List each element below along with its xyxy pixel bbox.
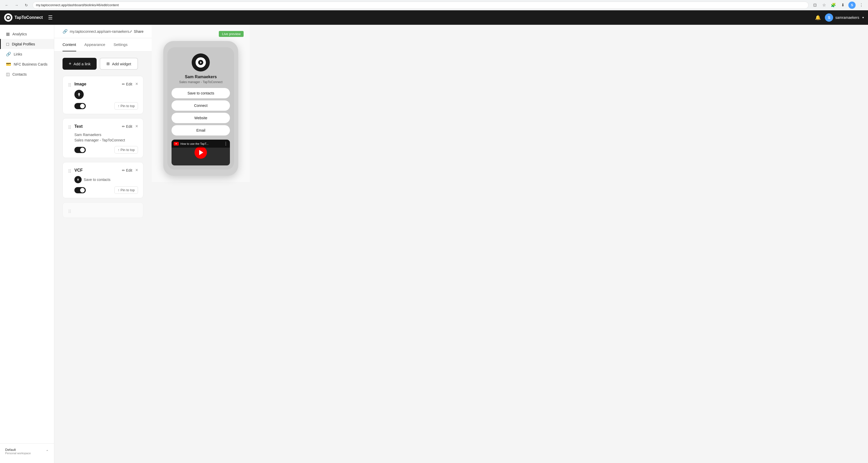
phone-user-name: Sam Ramaekers xyxy=(172,75,230,79)
analytics-icon: ▦ xyxy=(6,32,10,36)
phone-avatar xyxy=(192,54,210,71)
text-subtitle: Sales manager - TapToConnect xyxy=(74,138,138,143)
profile-icon[interactable]: S xyxy=(848,2,856,9)
phone-video: How to use the TapT... ⋮ xyxy=(172,140,230,165)
bookmark-icon[interactable]: ☆ xyxy=(820,2,828,9)
image-card-icon xyxy=(74,90,84,99)
drag-handle-text[interactable]: ⠿ xyxy=(68,124,71,130)
phone-website-label: Website xyxy=(194,116,207,120)
live-preview-badge: Live preview xyxy=(219,31,244,37)
main-content: + Add a link ⊞ Add widget ⠿ Image xyxy=(54,52,152,228)
link-icon: 🔗 xyxy=(63,29,68,34)
drag-handle-4[interactable]: ⠿ xyxy=(68,208,71,214)
sidebar: ▦ Analytics ◻ Digital Profiles 🔗 Links 💳… xyxy=(0,25,54,463)
text-edit-label: Edit xyxy=(126,124,132,129)
sidebar-item-links[interactable]: 🔗 Links xyxy=(0,49,54,59)
image-card: ⠿ Image ✏ Edit × xyxy=(63,76,144,114)
reload-button[interactable]: ↻ xyxy=(23,2,30,9)
nfc-icon: 💳 xyxy=(6,62,11,67)
app-logo[interactable]: TapToConnect xyxy=(4,13,43,22)
edit-pencil-icon: ✏ xyxy=(122,82,125,86)
user-area[interactable]: S samramaekers ▾ xyxy=(825,13,864,22)
vcf-card: ⠿ VCF ✏ Edit × xyxy=(63,162,144,198)
sidebar-item-digital-profiles[interactable]: ◻ Digital Profiles xyxy=(0,39,54,49)
phone-frame: Sam Ramaekers Sales manager - TapToConne… xyxy=(163,41,238,176)
forward-button[interactable]: → xyxy=(13,2,20,9)
youtube-logo-icon xyxy=(174,142,179,145)
image-card-actions: ✏ Edit × xyxy=(122,81,138,87)
card-4: ⠿ xyxy=(63,202,144,218)
vcf-pin-icon: ↑ xyxy=(118,188,120,192)
image-close-button[interactable]: × xyxy=(135,81,138,87)
back-button[interactable]: ← xyxy=(3,2,10,9)
text-name: Sam Ramaekers xyxy=(74,132,138,138)
workspace-chevron-icon: ⌃ xyxy=(46,449,49,454)
text-close-button[interactable]: × xyxy=(135,124,138,129)
phone-save-contacts-btn[interactable]: Save to contacts xyxy=(172,88,230,98)
drag-handle-vcf[interactable]: ⠿ xyxy=(68,167,71,174)
avatar: S xyxy=(825,13,833,22)
text-card: ⠿ Text ✏ Edit × xyxy=(63,118,144,158)
image-toggle[interactable] xyxy=(74,103,86,109)
tab-content[interactable]: Content xyxy=(63,38,76,52)
browser-actions: ⊡ ☆ 🧩 ⬇ S ⋮ xyxy=(811,2,865,9)
url-bar[interactable]: my.taptoconnect.app/dashboard/biolinks/4… xyxy=(33,2,809,9)
chevron-down-icon: ▾ xyxy=(862,16,864,19)
tab-settings[interactable]: Settings xyxy=(114,38,127,52)
action-buttons: + Add a link ⊞ Add widget xyxy=(63,58,144,70)
sidebar-item-nfc[interactable]: 💳 NFC Business Cards xyxy=(0,59,54,69)
phone-avatar-icon xyxy=(195,57,206,68)
hamburger-button[interactable]: ☰ xyxy=(47,13,54,22)
sidebar-item-analytics[interactable]: ▦ Analytics xyxy=(0,29,54,39)
image-pin-button[interactable]: ↑ Pin to top xyxy=(115,102,138,110)
browser-bar: ← → ↻ my.taptoconnect.app/dashboard/biol… xyxy=(0,0,868,10)
digital-profiles-icon: ◻ xyxy=(6,41,9,46)
image-edit-button[interactable]: ✏ Edit xyxy=(122,82,132,86)
tab-appearance[interactable]: Appearance xyxy=(85,38,105,52)
text-edit-button[interactable]: ✏ Edit xyxy=(122,124,132,129)
sidebar-item-contacts[interactable]: ◫ Contacts xyxy=(0,69,54,79)
preview-panel: Live preview Sam Ramaekers Sales manager… xyxy=(152,25,250,182)
extensions-icon[interactable]: 🧩 xyxy=(830,2,837,9)
share-button[interactable]: ⤢ Share xyxy=(129,29,144,34)
add-widget-label: Add widget xyxy=(112,62,131,66)
sidebar-label-digital-profiles: Digital Profiles xyxy=(12,42,35,46)
drag-handle-image[interactable]: ⠿ xyxy=(68,81,71,88)
text-card-content: Sam Ramaekers Sales manager - TapToConne… xyxy=(74,132,138,143)
vcf-toggle[interactable] xyxy=(74,187,86,193)
vcf-pin-button[interactable]: ↑ Pin to top xyxy=(115,186,138,194)
download-icon[interactable]: ⬇ xyxy=(839,2,846,9)
text-toggle[interactable] xyxy=(74,147,86,153)
phone-email-label: Email xyxy=(196,128,206,132)
menu-dots-icon[interactable]: ⋮ xyxy=(858,2,865,9)
screen-cast-icon[interactable]: ⊡ xyxy=(811,2,818,9)
phone-website-btn[interactable]: Website xyxy=(172,113,230,123)
workspace-sub: Personal workspace xyxy=(5,452,31,455)
phone-save-contacts-label: Save to contacts xyxy=(188,91,214,95)
add-link-button[interactable]: + Add a link xyxy=(63,58,97,70)
add-widget-button[interactable]: ⊞ Add widget xyxy=(100,58,138,70)
video-menu-icon[interactable]: ⋮ xyxy=(224,141,228,146)
header-right: 🔔 S samramaekers ▾ xyxy=(815,13,864,22)
vcf-edit-button[interactable]: ✏ Edit xyxy=(122,168,132,172)
sidebar-label-analytics: Analytics xyxy=(12,32,27,36)
share-label: Share xyxy=(134,29,144,34)
user-name: samramaekers xyxy=(835,15,859,20)
sidebar-workspace[interactable]: Default Personal workspace ⌃ xyxy=(0,443,54,459)
youtube-play-button[interactable] xyxy=(194,146,207,159)
image-pin-label: Pin to top xyxy=(121,104,135,108)
links-icon: 🔗 xyxy=(6,52,11,57)
vcf-close-button[interactable]: × xyxy=(135,167,138,173)
app-header: TapToConnect ☰ 🔔 S samramaekers ▾ xyxy=(0,10,868,25)
logo-inner xyxy=(6,15,11,20)
notification-button[interactable]: 🔔 xyxy=(815,15,821,21)
phone-email-btn[interactable]: Email xyxy=(172,125,230,135)
text-pin-label: Pin to top xyxy=(121,148,135,152)
phone-inner: Sam Ramaekers Sales manager - TapToConne… xyxy=(167,47,234,170)
phone-connect-btn[interactable]: Connect xyxy=(172,100,230,111)
content-and-preview: 🔗 my.taptoconnect.app/sam-ramaekers ⤢ Sh… xyxy=(54,25,250,463)
page-header: 🔗 my.taptoconnect.app/sam-ramaekers ⤢ Sh… xyxy=(54,25,152,38)
image-card-footer: ↑ Pin to top xyxy=(74,102,138,110)
vcf-icon xyxy=(74,176,82,183)
text-pin-button[interactable]: ↑ Pin to top xyxy=(115,146,138,154)
